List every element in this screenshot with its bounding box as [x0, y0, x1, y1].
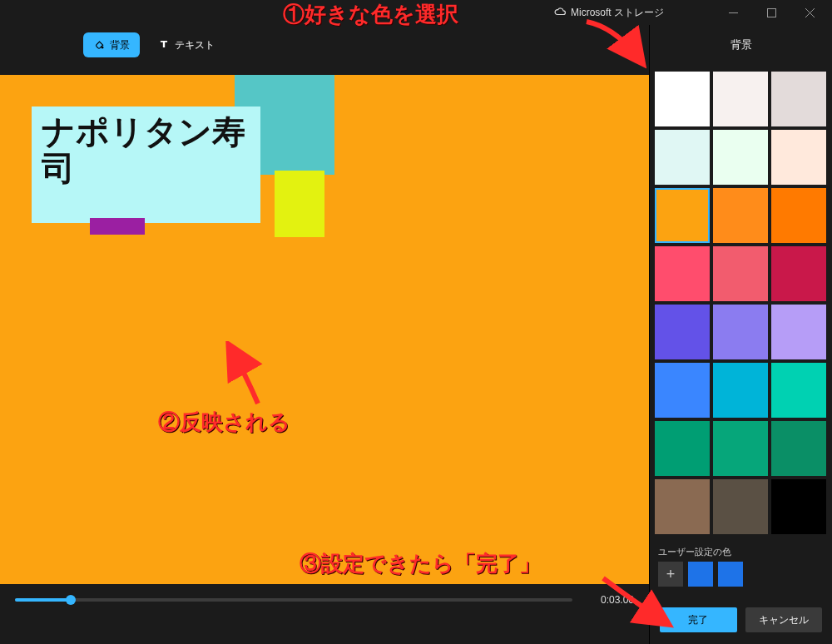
sidebar-title: 背景 [650, 25, 832, 65]
ms-storage-label: Microsoft ストレージ [571, 6, 664, 20]
window-minimize-button[interactable] [714, 0, 752, 25]
text-tool-button[interactable]: テキスト [148, 32, 225, 57]
svg-point-4 [102, 47, 103, 48]
color-swatch[interactable] [771, 130, 826, 185]
done-button[interactable]: 完了 [660, 607, 737, 632]
timeline-knob[interactable] [66, 595, 76, 605]
color-swatch[interactable] [713, 363, 768, 418]
cancel-button[interactable]: キャンセル [745, 607, 823, 632]
color-swatch[interactable] [655, 246, 710, 301]
color-swatch[interactable] [655, 72, 710, 126]
color-swatch[interactable] [771, 246, 826, 301]
editor-main: 背景 テキスト ナポリタン寿司 0:03.00 [0, 25, 649, 644]
user-color-swatch[interactable] [718, 562, 743, 587]
timeline-progress [15, 598, 71, 602]
add-user-color-button[interactable]: + [658, 562, 683, 587]
sidebar-footer: 完了 キャンセル [650, 599, 832, 644]
svg-rect-1 [767, 8, 775, 17]
user-colors-row: + [650, 562, 832, 592]
color-swatch[interactable] [655, 130, 710, 185]
text-tool-label: テキスト [175, 38, 215, 52]
title-text: ナポリタン寿司 [32, 107, 260, 186]
color-swatch-grid [650, 65, 832, 541]
svg-rect-0 [729, 12, 738, 13]
color-swatch[interactable] [655, 363, 710, 418]
color-swatch[interactable] [713, 72, 768, 126]
window-maximize-button[interactable] [752, 0, 790, 25]
timeline-track[interactable] [15, 598, 572, 602]
color-swatch[interactable] [713, 246, 768, 301]
shape-lime-block[interactable] [275, 171, 324, 237]
background-tool-label: 背景 [110, 38, 130, 52]
timeline-time: 0:03.00 [584, 594, 634, 606]
title-panel[interactable]: ナポリタン寿司 [32, 107, 260, 223]
text-icon [158, 38, 170, 52]
timeline: 0:03.00 [0, 584, 649, 616]
color-swatch[interactable] [771, 421, 826, 476]
editor-toolbar: 背景 テキスト [0, 25, 649, 65]
color-swatch[interactable] [771, 479, 826, 534]
cloud-icon [554, 6, 566, 20]
color-swatch[interactable] [771, 363, 826, 418]
color-swatch[interactable] [771, 305, 826, 359]
user-colors-label: ユーザー設定の色 [650, 541, 832, 562]
color-swatch[interactable] [713, 130, 768, 185]
color-swatch[interactable] [655, 479, 710, 534]
window-close-button[interactable] [790, 0, 829, 25]
color-swatch[interactable] [713, 188, 768, 243]
color-swatch[interactable] [771, 188, 826, 243]
user-color-swatch[interactable] [688, 562, 713, 587]
canvas[interactable]: ナポリタン寿司 [0, 75, 649, 607]
background-tool-button[interactable]: 背景 [83, 32, 140, 57]
color-swatch[interactable] [771, 72, 826, 126]
color-swatch[interactable] [655, 305, 710, 359]
titlebar: Microsoft ストレージ [0, 0, 832, 25]
color-swatch[interactable] [713, 305, 768, 359]
color-swatch[interactable] [655, 421, 710, 476]
color-swatch[interactable] [713, 479, 768, 534]
ms-storage-indicator[interactable]: Microsoft ストレージ [554, 6, 664, 20]
color-swatch[interactable] [655, 188, 710, 243]
paint-bucket-icon [93, 38, 105, 52]
color-swatch[interactable] [713, 421, 768, 476]
canvas-wrap: ナポリタン寿司 [0, 75, 649, 607]
shape-purple-bar[interactable] [90, 218, 145, 235]
background-sidebar: 背景 ユーザー設定の色 + 完了 キャンセル [649, 25, 832, 644]
